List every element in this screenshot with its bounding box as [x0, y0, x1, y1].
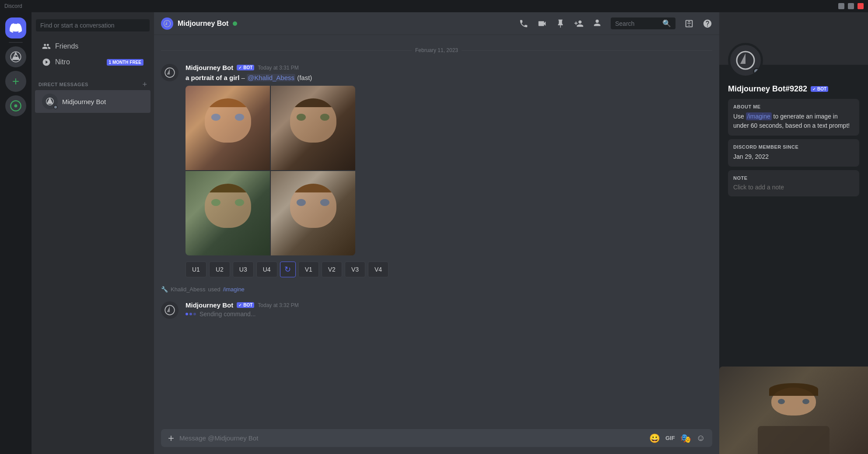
pin-icon-button[interactable] — [556, 19, 565, 28]
inbox-icon-button[interactable] — [684, 19, 694, 28]
sail-icon — [10, 51, 22, 63]
discord-logo-icon — [10, 22, 22, 34]
mention-tag: @Khalid_Abess — [247, 74, 295, 81]
search-icon: 🔍 — [662, 19, 671, 28]
dm-sidebar: Friends Nitro 1 MONTH FREE DIRECT MESSAG… — [32, 12, 154, 454]
imagine-highlight: /imagine — [746, 112, 772, 120]
explore-servers-button[interactable] — [5, 95, 26, 116]
pin-icon — [556, 19, 565, 28]
sending-command-text: Sending command... — [200, 311, 256, 318]
channel-header-left: Midjourney Bot — [161, 17, 514, 30]
portrait-image-2[interactable] — [271, 86, 355, 170]
member-since-section: DISCORD MEMBER SINCE Jan 29, 2022 — [728, 139, 859, 167]
message-author-2: Midjourney Bot — [186, 301, 233, 309]
profile-banner — [719, 12, 868, 65]
emoji-gif-icon-button[interactable]: 😀 — [649, 433, 660, 444]
message-input[interactable] — [179, 429, 644, 447]
used-command-notice: 🔧 Khalid_Abess used /imagine — [161, 284, 712, 294]
add-attachment-icon-button[interactable]: + — [168, 432, 174, 444]
note-input[interactable] — [733, 184, 854, 191]
header-search-area: 🔍 — [611, 17, 676, 29]
note-section: NOTE — [728, 170, 859, 196]
message-bot-avatar-icon-2 — [164, 304, 175, 316]
sticker-icon-button[interactable]: 🎭 — [680, 433, 691, 444]
refresh-button[interactable]: ↻ — [280, 262, 296, 277]
message-body: Midjourney Bot ✓ BOT Today at 3:31 PM a … — [186, 64, 712, 277]
gif-icon-button[interactable]: GIF — [665, 435, 675, 441]
home-server-icon[interactable] — [5, 17, 26, 38]
dm-section-title: DIRECT MESSAGES — [38, 82, 88, 87]
dm-search-input[interactable] — [36, 19, 150, 31]
friends-icon — [42, 42, 51, 51]
portrait-image-3[interactable] — [186, 171, 270, 255]
u4-button[interactable]: U4 — [256, 262, 277, 277]
note-title: NOTE — [733, 175, 854, 181]
header-search-input[interactable] — [615, 20, 659, 27]
date-divider: February 11, 2023 — [161, 47, 712, 53]
add-server-button[interactable]: + — [5, 71, 26, 92]
messages-area: February 11, 2023 Midjourney Bot ✓ — [154, 35, 719, 426]
phone-icon-button[interactable] — [519, 19, 528, 28]
member-since-title: DISCORD MEMBER SINCE — [733, 144, 854, 150]
inbox-icon — [684, 19, 694, 28]
add-member-icon-button[interactable] — [574, 19, 584, 28]
message-item-2: Midjourney Bot ✓ BOT Today at 3:32 PM — [161, 301, 712, 319]
profile-avatar-status — [753, 68, 760, 75]
message-input-area: + 😀 GIF 🎭 ☺ — [154, 426, 719, 454]
generated-images-grid — [186, 86, 355, 255]
message-author: Midjourney Bot — [186, 64, 233, 71]
reaction-icon-button[interactable]: ☺ — [696, 433, 705, 443]
sending-text: Sending command... — [186, 311, 712, 318]
dm-search-area — [32, 12, 154, 35]
channel-name: Midjourney Bot — [178, 20, 228, 28]
midjourney-bot-avatar-wrap — [42, 94, 58, 109]
profile-name: Midjourney Bot#9282 — [728, 84, 807, 94]
close-button[interactable] — [858, 3, 864, 9]
sail-server-icon[interactable] — [5, 46, 26, 67]
add-dm-button[interactable]: + — [142, 80, 147, 88]
titlebar-title: Discord — [4, 3, 22, 9]
message-avatar-2 — [161, 301, 178, 319]
help-icon — [703, 19, 712, 28]
message-text: a portrait of a girl – @Khalid_Abess (fa… — [186, 73, 712, 82]
online-status-dot — [233, 21, 237, 26]
u1-button[interactable]: U1 — [186, 262, 206, 277]
video-icon-button[interactable] — [537, 19, 547, 28]
used-command-user: Khalid_Abess — [171, 286, 206, 293]
maximize-button[interactable] — [848, 3, 854, 9]
v1-button[interactable]: V1 — [298, 262, 319, 277]
header-icons: 🔍 — [519, 17, 712, 29]
nitro-label: Nitro — [55, 58, 70, 66]
u2-button[interactable]: U2 — [209, 262, 230, 277]
main-content: Midjourney Bot — [154, 12, 719, 454]
help-icon-button[interactable] — [703, 19, 712, 28]
webcam-feed — [719, 367, 868, 454]
friends-nav-item[interactable]: Friends — [35, 38, 150, 54]
v4-button[interactable]: V4 — [368, 262, 388, 277]
portrait-image-4[interactable] — [271, 171, 355, 255]
v3-button[interactable]: V3 — [345, 262, 365, 277]
u3-button[interactable]: U3 — [233, 262, 254, 277]
profile-name-row: Midjourney Bot#9282 ✓ BOT — [728, 84, 859, 94]
message-timestamp: Today at 3:31 PM — [258, 65, 298, 71]
profile-icon-button[interactable] — [592, 19, 602, 28]
v2-button[interactable]: V2 — [322, 262, 342, 277]
profile-large-avatar-icon — [735, 50, 756, 71]
message-timestamp-2: Today at 3:32 PM — [258, 302, 298, 308]
midjourney-bot-status — [53, 105, 58, 109]
message-avatar — [161, 64, 178, 81]
add-member-icon — [574, 19, 584, 28]
svg-point-2 — [14, 105, 18, 108]
portrait-image-1[interactable] — [186, 86, 270, 170]
nitro-nav-item[interactable]: Nitro 1 MONTH FREE — [35, 54, 150, 70]
minimize-button[interactable] — [838, 3, 844, 9]
upscale-buttons-row: U1 U2 U3 U4 ↻ — [186, 262, 296, 277]
message-header: Midjourney Bot ✓ BOT Today at 3:31 PM — [186, 64, 712, 71]
midjourney-bot-username: Midjourney Bot — [62, 98, 106, 105]
midjourney-avatar-icon — [45, 97, 55, 106]
about-me-text: Use /imagine to generate an image in und… — [733, 112, 854, 130]
nitro-icon — [42, 58, 51, 66]
bot-badge-2: ✓ BOT — [237, 302, 254, 308]
action-buttons-area: U1 U2 U3 U4 ↻ V1 V2 V3 V4 — [186, 260, 712, 277]
midjourney-bot-dm-item[interactable]: Midjourney Bot — [35, 90, 150, 113]
